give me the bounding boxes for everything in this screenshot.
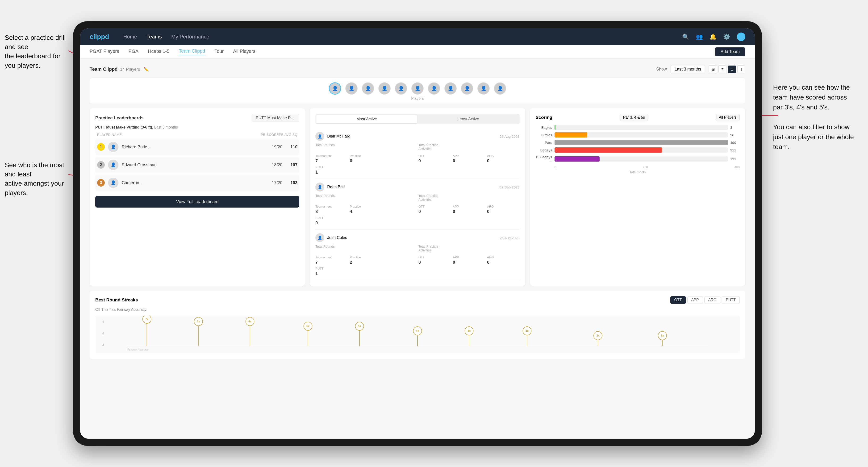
drill-dropdown[interactable]: PUTT Must Make Putting...	[252, 114, 299, 122]
sort-btn[interactable]: ↕	[737, 65, 745, 73]
nav-links: Home Teams My Performance	[123, 34, 682, 40]
scoring-par-filter[interactable]: Par 3, 4 & 5s	[620, 114, 648, 121]
people-icon[interactable]: 👥	[696, 33, 703, 40]
least-active-tab[interactable]: Least Active	[418, 115, 519, 123]
activity-row-3: 👤 Josh Coles 26 Aug 2023 Total Rounds	[315, 229, 519, 280]
navbar: clippd Home Teams My Performance 🔍 👥 🔔 ⚙…	[80, 28, 755, 45]
list-view-btn[interactable]: ≡	[718, 65, 726, 73]
lb-row-3[interactable]: 3 👤 Cameron... 17/20 103	[95, 175, 299, 191]
player-avatar-7[interactable]: 👤	[444, 82, 457, 95]
activity-avatar-2: 👤	[315, 183, 324, 191]
subnav-team-clippd[interactable]: Team Clippd	[179, 49, 205, 55]
bar-label-eagles: Eagles	[536, 125, 552, 129]
leaderboard-subtitle: PUTT Must Make Putting (3-6 ft), Last 3 …	[95, 125, 299, 129]
search-icon[interactable]: 🔍	[682, 33, 689, 40]
player-lb-avatar-2: 👤	[108, 160, 118, 170]
svg-text:3x: 3x	[661, 334, 664, 337]
tablet-frame: clippd Home Teams My Performance 🔍 👥 🔔 ⚙…	[73, 21, 762, 446]
bar-row-bogeys: Bogeys 311	[536, 148, 740, 153]
stat-ott-2: OTT 0	[418, 205, 451, 214]
activity-header-3: 👤 Josh Coles 26 Aug 2023	[315, 233, 519, 242]
bar-fill-birdies	[555, 132, 588, 137]
bar-value-eagles: 3	[730, 125, 740, 129]
stat-practice-3: Practice 2	[350, 255, 382, 265]
stat-app-1: APP 0	[453, 154, 486, 163]
svg-text:3x: 3x	[596, 334, 599, 337]
stat-tournament-3: Tournament 7	[315, 255, 348, 265]
filter-btn-arg[interactable]: ARG	[704, 296, 720, 304]
player-avatar-9[interactable]: 👤	[477, 82, 490, 95]
svg-text:6x: 6x	[248, 320, 252, 323]
player-avatar-3[interactable]: 👤	[378, 82, 391, 95]
scoring-player-filter[interactable]: All Players	[716, 114, 740, 121]
streaks-header: Best Round Streaks OTT APP ARG PUTT	[95, 296, 740, 304]
stat-app-3: APP 0	[453, 255, 486, 265]
annotation-left-1: Select a practice drill and see the lead…	[5, 33, 71, 70]
active-tabs: Most Active Least Active	[315, 114, 519, 124]
edit-icon[interactable]: ✏️	[144, 67, 149, 72]
player-lb-name-2: Edward Crossman	[122, 162, 269, 167]
bar-container-birdies	[555, 132, 728, 137]
bar-fill-dbogeys	[555, 156, 599, 161]
subnav-pgat[interactable]: PGAT Players	[90, 49, 119, 55]
active-players-card: Most Active Least Active 👤 Blair McHarg …	[310, 108, 525, 286]
player-lb-score-2: 18/20	[272, 162, 282, 167]
rank-badge-3: 3	[97, 179, 105, 187]
filter-btn-ott[interactable]: OTT	[670, 296, 686, 304]
subnav-hcaps[interactable]: Hcaps 1-5	[148, 49, 169, 55]
svg-text:4x: 4x	[416, 329, 419, 333]
team-header: Team Clippd 14 Players ✏️ Show Last 3 mo…	[90, 65, 745, 73]
activity-stats-2: Total Rounds Total Practice Activities T…	[315, 194, 519, 225]
player-avatar-4[interactable]: 👤	[395, 82, 407, 95]
svg-text:5x: 5x	[358, 324, 361, 328]
rank-badge-2: 2	[97, 161, 105, 168]
subnav-tour[interactable]: Tour	[214, 49, 224, 55]
three-col: Practice Leaderboards PUTT Must Make Put…	[90, 108, 745, 286]
lb-row-1[interactable]: 1 👤 Richard Butle... 19/20 110	[95, 139, 299, 155]
streaks-filter-btns: OTT APP ARG PUTT	[670, 296, 740, 304]
player-lb-score-3: 17/20	[272, 181, 282, 185]
svg-text:Fairway, Accuracy: Fairway, Accuracy	[128, 348, 149, 351]
most-active-tab[interactable]: Most Active	[316, 115, 417, 123]
view-full-leaderboard-btn[interactable]: View Full Leaderboard	[95, 196, 299, 208]
streaks-svg: 8 6 4 7x 6x	[95, 316, 740, 353]
stat-tournament-1: Tournament 7	[315, 154, 348, 163]
player-avatar-8[interactable]: 👤	[461, 82, 473, 95]
player-avatar-5[interactable]: 👤	[411, 82, 424, 95]
nav-logo: clippd	[90, 33, 109, 40]
nav-link-home[interactable]: Home	[123, 34, 137, 40]
avatars-row: 👤 👤 👤 👤 👤 👤 👤 👤 👤 👤 👤	[97, 82, 738, 95]
player-info-1: 👤 Blair McHarg	[315, 132, 350, 141]
nav-link-performance[interactable]: My Performance	[171, 34, 209, 40]
detail-view-btn[interactable]: ⊡	[728, 65, 736, 73]
period-dropdown[interactable]: Last 3 months	[671, 65, 705, 73]
streaks-subtitle: Off The Tee, Fairway Accuracy	[95, 308, 740, 312]
add-team-button[interactable]: Add Team	[715, 48, 745, 56]
player-avatar-2[interactable]: 👤	[362, 82, 374, 95]
avatar[interactable]	[737, 33, 745, 41]
filter-btn-putt[interactable]: PUTT	[722, 296, 740, 304]
player-avatar-1[interactable]: 👤	[345, 82, 358, 95]
bar-fill-bogeys	[555, 148, 662, 153]
svg-text:6: 6	[102, 332, 104, 335]
bar-value-birdies: 96	[730, 133, 740, 137]
filter-btn-app[interactable]: APP	[687, 296, 703, 304]
settings-icon[interactable]: ⚙️	[723, 33, 730, 40]
lb-row-2[interactable]: 2 👤 Edward Crossman 18/20 107	[95, 157, 299, 173]
subnav-pga[interactable]: PGA	[129, 49, 138, 55]
activity-row-2: 👤 Rees Britt 02 Sep 2023 Total Rounds	[315, 179, 519, 229]
bar-label-birdies: Birdies	[536, 133, 552, 137]
bar-row-dbogeys: B. Bogeys + 131	[536, 155, 740, 163]
nav-link-teams[interactable]: Teams	[147, 34, 162, 40]
annotation-right-1: Here you can see how the team have score…	[773, 83, 854, 152]
player-avatar-10[interactable]: 👤	[494, 82, 506, 95]
tablet-screen: clippd Home Teams My Performance 🔍 👥 🔔 ⚙…	[80, 28, 755, 439]
grid-view-btn[interactable]: ⊞	[709, 65, 717, 73]
player-avatar-0[interactable]: 👤	[329, 82, 341, 95]
stat-practice-2: Practice 4	[350, 205, 382, 214]
subnav-all-players[interactable]: All Players	[233, 49, 255, 55]
bar-fill-eagles	[555, 125, 555, 130]
bell-icon[interactable]: 🔔	[710, 33, 717, 40]
player-avatar-6[interactable]: 👤	[428, 82, 440, 95]
players-label: Players	[97, 96, 738, 101]
